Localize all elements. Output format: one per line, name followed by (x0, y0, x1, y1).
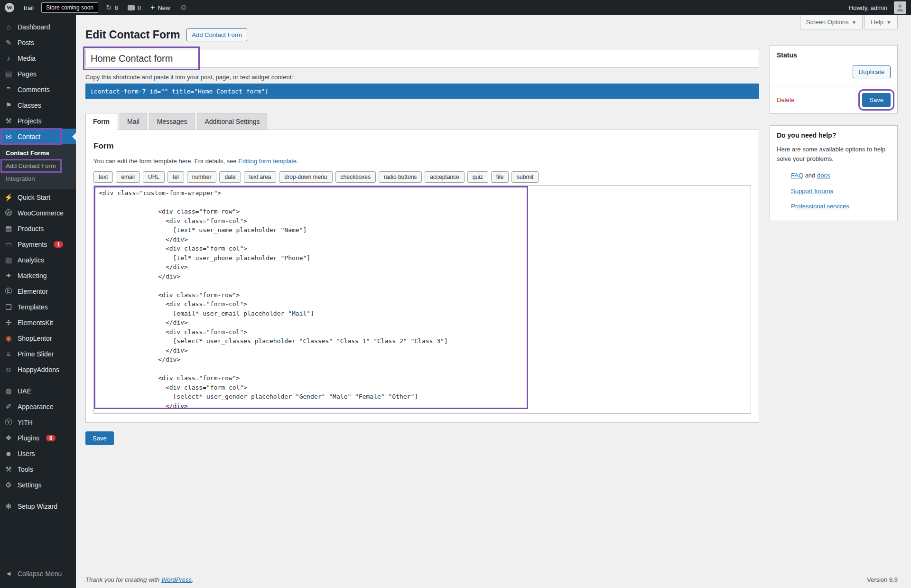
tab-messages[interactable]: Messages (149, 113, 195, 130)
sidebar-item-plugins[interactable]: ❖ Plugins 8 (0, 430, 76, 446)
sidebar-item-uae[interactable]: ◍ UAE (0, 383, 76, 399)
sidebar-item-contact[interactable]: ✉ Contact (0, 129, 76, 144)
yith-icon: Ⓨ (4, 418, 13, 427)
sidebar-item-projects[interactable]: ⚒ Projects (0, 113, 76, 129)
tag-button-acceptance[interactable]: acceptance (425, 171, 464, 183)
tag-button-radio-buttons[interactable]: radio buttons (379, 171, 422, 183)
status-save-button[interactable]: Save (862, 93, 891, 107)
sidebar-item-media[interactable]: ♪ Media (0, 50, 76, 66)
tab-additional-settings[interactable]: Additional Settings (197, 113, 267, 130)
sidebar-item-pages[interactable]: ▤ Pages (0, 66, 76, 82)
tag-button-number[interactable]: number (187, 171, 217, 183)
site-name: trail (24, 4, 34, 11)
wordpress-logo-menu[interactable]: W (0, 0, 19, 15)
sidebar-item-classes[interactable]: ⚑ Classes (0, 97, 76, 113)
tag-button-url[interactable]: URL (143, 171, 165, 183)
plugin-quick-menu[interactable]: ☺ (175, 0, 192, 15)
wordpress-link[interactable]: WordPress (161, 576, 192, 583)
tag-button-submit[interactable]: submit (511, 171, 539, 183)
sidebar-subitem-add-contact-form[interactable]: Add Contact Form (0, 159, 76, 172)
howdy-text: Howdy, admin (849, 4, 887, 11)
tag-button-tel[interactable]: tel (167, 171, 184, 183)
tag-button-text[interactable]: text (93, 171, 113, 183)
tag-button-date[interactable]: date (219, 171, 241, 183)
tag-button-checkboxes[interactable]: checkboxes (335, 171, 376, 183)
sidebar-item-woocommerce[interactable]: Ⓦ WooCommerce (0, 205, 76, 221)
sidebar-item-happyaddons[interactable]: ☺ HappyAddons (0, 362, 76, 377)
tag-button-file[interactable]: file (491, 171, 509, 183)
sidebar-item-comments[interactable]: ❞ Comments (0, 82, 76, 97)
comments-menu[interactable]: 0 (123, 0, 146, 15)
professional-services-link[interactable]: Professional services (791, 202, 891, 211)
form-panel-description: You can edit the form template here. For… (93, 158, 751, 165)
screen-options-button[interactable]: Screen Options ▼ (800, 15, 863, 29)
form-panel: Form You can edit the form template here… (85, 130, 759, 423)
sidebar-item-settings[interactable]: ⚙ Settings (0, 477, 76, 493)
sidebar-item-shoplentor[interactable]: ◉ ShopLentor (0, 330, 76, 346)
sidebar-subitem-contact-forms[interactable]: Contact Forms (0, 147, 76, 159)
editing-form-template-link[interactable]: Editing form template (238, 158, 297, 165)
users-icon: ☻ (4, 449, 13, 457)
collapse-menu-button[interactable]: ◀ Collapse Menu (0, 566, 76, 581)
chevron-down-icon: ▼ (886, 19, 892, 25)
happyaddons-icon: ☺ (4, 365, 13, 373)
sidebar-item-analytics[interactable]: ▥ Analytics (0, 252, 76, 268)
sidebar-item-posts[interactable]: ✎ Posts (0, 35, 76, 50)
setup-wizard-icon: ✻ (4, 502, 13, 511)
help-button[interactable]: Help ▼ (865, 15, 898, 29)
shortcode-field[interactable]: [contact-form-7 id="" title="Home Contac… (85, 84, 759, 99)
template-editor-wrap: <div class="custom-form-wrapper"> <div c… (93, 185, 751, 414)
plus-icon: + (150, 4, 155, 11)
support-forums-link[interactable]: Support forums (791, 187, 891, 196)
tag-button-text-area[interactable]: text area (244, 171, 277, 183)
tab-form[interactable]: Form (85, 113, 117, 130)
tab-mail[interactable]: Mail (120, 113, 147, 130)
sidebar-item-payments[interactable]: ▭ Payments 1 (0, 236, 76, 252)
add-contact-form-button[interactable]: Add Contact Form (186, 28, 247, 41)
account-menu[interactable]: Howdy, admin (844, 0, 911, 15)
updates-icon: ↻ (106, 3, 112, 12)
store-coming-soon-badge[interactable]: Store coming soon (41, 2, 98, 13)
status-box: Status Duplicate Delete Save (770, 45, 898, 114)
prime-slider-icon: ≡ (4, 350, 13, 358)
sidebar-item-yith[interactable]: Ⓨ YITH (0, 414, 76, 430)
duplicate-button[interactable]: Duplicate (853, 65, 891, 78)
sidebar-item-quick-start[interactable]: ⚡ Quick Start (0, 189, 76, 205)
sidebar-item-prime-slider[interactable]: ≡ Prime Slider (0, 346, 76, 362)
sidebar-item-elementor[interactable]: Ⓔ Elementor (0, 283, 76, 299)
sidebar-item-setup-wizard[interactable]: ✻ Setup Wizard (0, 498, 76, 514)
media-icon: ♪ (4, 54, 13, 62)
tag-button-drop-down-menu[interactable]: drop-down menu (279, 171, 332, 183)
delete-link[interactable]: Delete (777, 96, 795, 103)
posts-icon: ✎ (4, 38, 13, 47)
save-button[interactable]: Save (85, 431, 114, 445)
sidebar-item-templates[interactable]: ❏ Templates (0, 299, 76, 315)
form-title-input[interactable] (85, 49, 759, 68)
analytics-icon: ▥ (4, 256, 13, 264)
sidebar-subitem-integration[interactable]: Integration (0, 172, 76, 185)
editor-column: Edit Contact Form Add Contact Form Copy … (85, 15, 759, 445)
sidebar-separator (0, 377, 76, 383)
pages-icon: ▤ (4, 70, 13, 78)
help-box-intro: Here are some available options to help … (777, 146, 885, 162)
form-template-textarea[interactable]: <div class="custom-form-wrapper"> <div c… (93, 185, 751, 414)
tag-button-email[interactable]: email (116, 171, 140, 183)
sidebar-item-products[interactable]: ▦ Products (0, 221, 76, 236)
docs-link[interactable]: docs (817, 172, 830, 179)
updates-menu[interactable]: ↻ 8 (101, 0, 123, 15)
appearance-icon: ✐ (4, 402, 13, 411)
sidebar-item-dashboard[interactable]: ⌂ Dashboard (0, 19, 76, 35)
new-content-menu[interactable]: + New (146, 0, 175, 15)
sidebar-item-appearance[interactable]: ✐ Appearance (0, 399, 76, 414)
comments-count: 0 (138, 4, 141, 11)
site-name-menu[interactable]: trail (19, 0, 38, 15)
chevron-down-icon: ▼ (851, 19, 856, 25)
faq-link[interactable]: FAQ (791, 172, 803, 179)
sidebar-item-marketing[interactable]: ✦ Marketing (0, 268, 76, 283)
products-icon: ▦ (4, 224, 13, 233)
tag-button-quiz[interactable]: quiz (467, 171, 488, 183)
sidebar-item-users[interactable]: ☻ Users (0, 446, 76, 461)
sidebar-item-tools[interactable]: ⚒ Tools (0, 461, 76, 477)
sidebar-item-elementskit[interactable]: ✣ ElementsKit (0, 315, 76, 330)
plugins-icon: ❖ (4, 434, 13, 442)
